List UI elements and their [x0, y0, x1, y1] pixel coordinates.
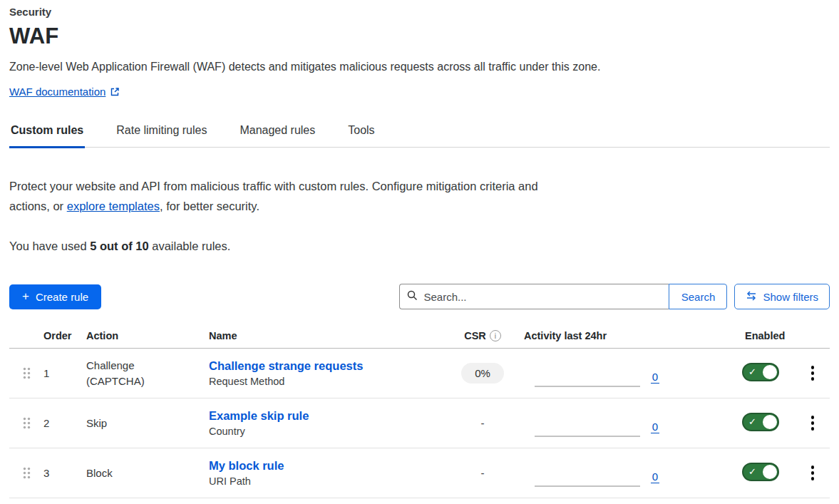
- drag-handle-icon[interactable]: [9, 416, 43, 430]
- activity-sparkline: [535, 386, 640, 387]
- column-header-name: Name: [209, 330, 451, 341]
- table-header-row: Order Action Name CSR i Activity last 24…: [9, 330, 830, 349]
- row-menu-kebab-icon[interactable]: [796, 413, 830, 433]
- rule-name-link[interactable]: Example skip rule: [209, 409, 309, 423]
- drag-handle-icon[interactable]: [9, 366, 43, 380]
- rule-field: Request Method: [209, 376, 451, 387]
- page-title: WAF: [9, 24, 830, 49]
- intro-text: Protect your website and API from malici…: [9, 176, 540, 216]
- enabled-toggle[interactable]: ✓: [742, 463, 779, 481]
- doc-link-label: WAF documentation: [9, 86, 105, 98]
- column-header-order: Order: [43, 330, 86, 341]
- usage-count: 5 out of 10: [90, 240, 149, 252]
- activity-count-link[interactable]: 0: [651, 421, 659, 433]
- activity-count-link[interactable]: 0: [651, 371, 659, 384]
- explore-templates-link[interactable]: explore templates: [67, 200, 160, 212]
- usage-prefix: You have used: [9, 240, 90, 252]
- waf-documentation-link[interactable]: WAF documentation: [9, 86, 120, 98]
- activity-count-link[interactable]: 0: [651, 470, 659, 483]
- column-header-csr: CSR: [464, 330, 486, 341]
- search-icon: [407, 290, 418, 304]
- show-filters-label: Show filters: [763, 291, 818, 303]
- toggle-knob: [763, 465, 777, 479]
- activity-sparkline: [535, 436, 640, 437]
- filters-arrows-icon: [746, 291, 757, 303]
- enabled-toggle[interactable]: ✓: [742, 363, 779, 381]
- create-rule-label: Create rule: [36, 291, 88, 303]
- table-row: 1 Challenge (CAPTCHA) Challenge strange …: [9, 349, 830, 398]
- rules-table: Order Action Name CSR i Activity last 24…: [9, 330, 830, 498]
- enabled-toggle[interactable]: ✓: [742, 413, 779, 431]
- toggle-knob: [763, 365, 777, 379]
- search-button[interactable]: Search: [669, 284, 727, 309]
- show-filters-button[interactable]: Show filters: [734, 284, 830, 309]
- check-icon: ✓: [748, 366, 756, 377]
- rule-action: Block: [86, 466, 170, 481]
- create-rule-button[interactable]: + Create rule: [9, 284, 101, 309]
- toolbar: + Create rule Search: [9, 284, 830, 309]
- rule-order: 2: [43, 417, 86, 429]
- plus-icon: +: [22, 289, 29, 304]
- external-link-icon: [110, 87, 120, 97]
- tab-managed-rules[interactable]: Managed rules: [238, 117, 316, 148]
- activity-sparkline: [535, 485, 640, 487]
- page-description: Zone-level Web Application Firewall (WAF…: [9, 61, 830, 73]
- tab-bar: Custom rules Rate limiting rules Managed…: [9, 117, 830, 148]
- table-row: 3 Block My block rule URI Path - 0 ✓: [9, 448, 830, 498]
- column-header-action: Action: [86, 330, 209, 341]
- rule-action: Challenge (CAPTCHA): [86, 358, 170, 389]
- csr-badge: 0%: [461, 363, 504, 384]
- rule-order: 3: [43, 467, 86, 479]
- rule-order: 1: [43, 367, 86, 379]
- drag-handle-icon[interactable]: [9, 466, 43, 480]
- toggle-knob: [763, 415, 777, 429]
- rule-name-link[interactable]: Challenge strange requests: [209, 359, 363, 373]
- tab-rate-limiting-rules[interactable]: Rate limiting rules: [115, 117, 208, 148]
- intro-after: , for better security.: [160, 200, 259, 212]
- rule-field: URI Path: [209, 475, 451, 487]
- csr-value: -: [451, 417, 514, 429]
- search-input[interactable]: [423, 291, 662, 303]
- usage-suffix: available rules.: [149, 240, 231, 252]
- table-row: 2 Skip Example skip rule Country - 0 ✓: [9, 398, 830, 448]
- check-icon: ✓: [748, 466, 756, 477]
- tab-custom-rules[interactable]: Custom rules: [9, 117, 85, 148]
- csr-info-icon[interactable]: i: [490, 330, 501, 341]
- row-menu-kebab-icon[interactable]: [796, 463, 830, 483]
- row-menu-kebab-icon[interactable]: [796, 363, 830, 384]
- rule-action: Skip: [86, 416, 170, 431]
- rule-name-link[interactable]: My block rule: [209, 459, 284, 473]
- csr-value: -: [451, 467, 514, 479]
- search-box: [399, 284, 669, 309]
- tab-tools[interactable]: Tools: [346, 117, 376, 148]
- rule-field: Country: [209, 426, 451, 437]
- check-icon: ✓: [748, 416, 756, 427]
- breadcrumb: Security: [9, 6, 830, 18]
- usage-summary: You have used 5 out of 10 available rule…: [9, 240, 830, 253]
- column-header-enabled: Enabled: [678, 330, 796, 341]
- column-header-activity: Activity last 24hr: [514, 330, 678, 341]
